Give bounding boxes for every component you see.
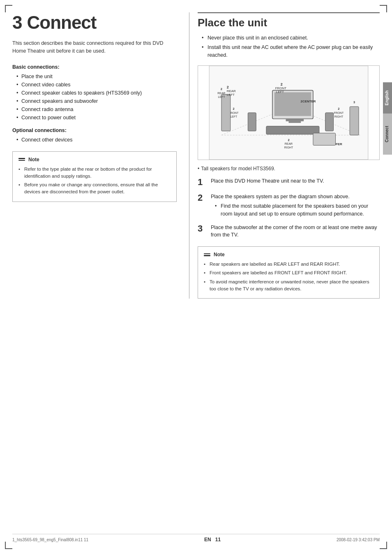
speaker-diagram-svg: 2CENTER 2 FRONT LEFT 2 FRONT RIGHT 2	[198, 66, 379, 160]
list-item: Connect speaker cables to speakers (HTS3…	[16, 89, 177, 97]
step-1-text: Place this DVD Home Theatre unit near to…	[211, 178, 324, 184]
chapter-title: Connect	[27, 12, 96, 32]
svg-text:2: 2	[281, 82, 283, 86]
footer-file: 1_hts3565-69_98_eng5_Final808.in11 11	[12, 538, 88, 542]
step-1-content: Place this DVD Home Theatre unit near to…	[211, 177, 380, 187]
note-icon	[18, 158, 25, 161]
svg-rect-22	[350, 107, 359, 135]
step-3-number: 3	[198, 224, 207, 239]
footer-date: 2008-02-19 3:42:03 PM	[337, 538, 380, 542]
list-item: Connect speakers and subwoofer	[16, 97, 177, 105]
list-item: Connect radio antenna	[16, 105, 177, 114]
svg-text:RIGHT: RIGHT	[284, 146, 293, 149]
note-label: Note	[28, 156, 39, 163]
step-2-content: Place the speakers system as per the dia…	[211, 193, 380, 218]
step-2: 2 Place the speakers system as per the d…	[198, 193, 380, 218]
svg-text:RIGHT: RIGHT	[334, 115, 344, 118]
note-list-right: Rear speakers are labelled as REAR LEFT …	[204, 261, 374, 292]
note-item: Refer to the type plate at the rear or b…	[18, 166, 171, 180]
basic-connections-list: Place the unit Connect video cables Conn…	[12, 72, 177, 122]
intro-paragraph: This section describes the basic connect…	[12, 39, 177, 55]
svg-text:2: 2	[233, 107, 235, 111]
step-1: 1 Place this DVD Home Theatre unit near …	[198, 177, 380, 187]
svg-text:2: 2	[288, 139, 289, 142]
note-item: Front speakers are labelled as FRONT LEF…	[204, 269, 374, 276]
svg-rect-7	[289, 121, 301, 123]
svg-rect-5	[274, 93, 311, 116]
svg-text:2: 2	[338, 107, 339, 111]
list-item: Connect video cables	[16, 81, 177, 89]
corner-tl	[5, 5, 12, 12]
svg-text:2CENTER: 2CENTER	[301, 100, 316, 103]
place-unit-bullets: Never place this unit in an enclosed cab…	[198, 34, 380, 59]
note-box-left: Note Refer to the type plate at the rear…	[12, 151, 177, 202]
chapter-number: 3	[12, 12, 22, 32]
connect-tab: Connect	[383, 114, 392, 155]
step-2-sublist: Find the most suitable placement for the…	[211, 202, 380, 218]
note-header-right: Note	[204, 251, 374, 258]
place-unit-heading: Place the unit	[198, 12, 380, 29]
diagram-caption: •Tall speakers for model HTS3569.	[198, 166, 380, 172]
list-item: Connect other devices	[16, 136, 177, 144]
list-item: Connect to power outlet	[16, 114, 177, 122]
footer-page-num: 11	[215, 537, 221, 542]
left-column: 3Connect This section describes the basi…	[12, 12, 189, 299]
svg-rect-6	[286, 119, 304, 121]
page-footer: 1_hts3565-69_98_eng5_Final808.in11 11 EN…	[12, 534, 380, 542]
svg-text:LEFT: LEFT	[276, 90, 284, 94]
note-item: Rear speakers are labelled as REAR LEFT …	[204, 261, 374, 268]
svg-text:REAR: REAR	[227, 90, 236, 93]
corner-br	[380, 542, 387, 549]
note-item: Before you make or change any connection…	[18, 181, 171, 196]
page-content: 3Connect This section describes the basi…	[0, 0, 392, 311]
svg-text:2: 2	[227, 85, 229, 89]
note-label-right: Note	[214, 251, 225, 258]
svg-text:3: 3	[353, 100, 355, 104]
optional-connections-list: Connect other devices	[12, 136, 177, 144]
note-item: To avoid magnetic interference or unwant…	[204, 278, 374, 293]
step-3: 3 Place the subwoofer at the corner of t…	[198, 224, 380, 239]
corner-tr	[380, 5, 387, 12]
svg-text:FRONT: FRONT	[334, 111, 344, 114]
step-3-text: Place the subwoofer at the corner of the…	[211, 225, 377, 238]
side-tabs: English Connect	[383, 82, 392, 155]
list-item: Install this unit near the AC outlet whe…	[202, 44, 380, 59]
step-2-text: Place the speakers system as per the dia…	[211, 194, 350, 199]
svg-rect-14	[325, 113, 334, 131]
svg-text:LEFT: LEFT	[218, 96, 225, 99]
svg-text:2: 2	[221, 88, 222, 91]
chapter-heading: 3Connect	[12, 12, 177, 33]
svg-text:LEFT: LEFT	[227, 93, 235, 97]
svg-rect-18	[221, 95, 231, 131]
svg-text:REAR: REAR	[217, 92, 225, 95]
step-2-number: 2	[198, 193, 207, 218]
svg-rect-10	[248, 113, 256, 131]
step-1-number: 1	[198, 177, 207, 187]
basic-connections-heading: Basic connections:	[12, 64, 177, 70]
svg-text:FRONT: FRONT	[275, 87, 286, 90]
svg-text:LEFT: LEFT	[230, 115, 238, 118]
right-column: Place the unit Never place this unit in …	[189, 12, 380, 299]
list-item: Place the unit	[16, 72, 177, 81]
svg-rect-28	[313, 133, 336, 146]
svg-text:REAR: REAR	[285, 143, 293, 146]
footer-en-label: EN	[204, 537, 211, 542]
note-header: Note	[18, 156, 171, 163]
list-item: Never place this unit in an enclosed cab…	[202, 34, 380, 42]
note-box-right: Note Rear speakers are labelled as REAR …	[198, 246, 380, 299]
note-icon-right	[204, 253, 210, 256]
optional-connections-heading: Optional connections:	[12, 127, 177, 133]
speaker-diagram: 2CENTER 2 FRONT LEFT 2 FRONT RIGHT 2	[198, 65, 380, 160]
note-list: Refer to the type plate at the rear or b…	[18, 166, 171, 196]
corner-bl	[5, 542, 12, 549]
step-3-content: Place the subwoofer at the corner of the…	[211, 224, 380, 239]
english-tab: English	[383, 82, 392, 114]
svg-rect-9	[266, 126, 319, 134]
list-item: Find the most suitable placement for the…	[215, 202, 380, 218]
